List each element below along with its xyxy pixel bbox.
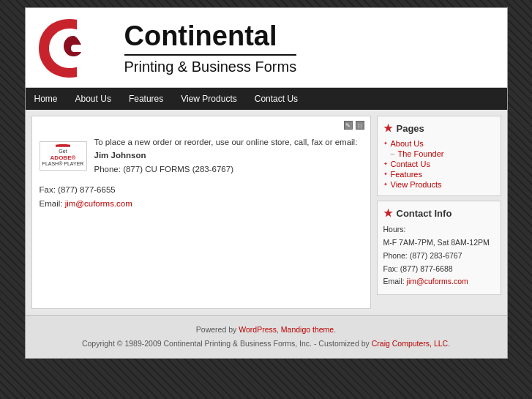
nav-about-us[interactable]: About Us — [67, 88, 120, 110]
flash-shape-icon — [56, 144, 70, 147]
sidebar-email-label: Email: — [383, 277, 405, 286]
contact-name: Jim Johnson — [94, 149, 358, 162]
nav-view-products[interactable]: View Products — [172, 88, 245, 110]
contact-details: Hours: M-F 7AM-7PM, Sat 8AM-12PM Phone: … — [383, 223, 495, 288]
contact-info-box: ★ Contact Info Hours: M-F 7AM-7PM, Sat 8… — [377, 201, 501, 295]
content-panel: ✎ □ Get ADOBE® FLASH® PLAYER To place a … — [31, 116, 371, 309]
nav-contact-us[interactable]: Contact Us — [246, 88, 307, 110]
page-the-founder-link[interactable]: The Founder — [398, 149, 444, 158]
logo-text: Continental Printing & Business Forms — [124, 21, 297, 76]
sidebar-email-link[interactable]: jim@cuforms.com — [407, 277, 468, 286]
nav-home[interactable]: Home — [26, 88, 67, 110]
contact-title: ★ Contact Info — [383, 207, 495, 219]
flash-player-label: FLASH® PLAYER — [42, 161, 84, 167]
intro-text: To place a new order or reorder, use our… — [94, 135, 358, 149]
edit-icon[interactable]: ✎ — [344, 121, 353, 130]
mandigo-link[interactable]: Mandigo theme — [281, 325, 334, 334]
sidebar: ★ Pages About Us The Founder Contact Us … — [377, 116, 501, 309]
wordpress-link[interactable]: WordPress — [239, 325, 277, 334]
hours-label: Hours: — [383, 223, 495, 236]
page-features-link[interactable]: Features — [391, 170, 422, 179]
page-about-us-link[interactable]: About Us — [391, 139, 424, 148]
email-line: Email: jim@cuforms.com — [40, 197, 363, 210]
sidebar-fax: Fax: (877) 877-6688 — [383, 263, 495, 276]
powered-by-text: Powered by — [196, 325, 236, 334]
page-view-products: View Products — [383, 179, 495, 190]
email-label: Email: — [40, 199, 63, 208]
logo-title: Continental — [124, 21, 297, 52]
flash-get-label: Get — [59, 149, 67, 154]
content-controls: ✎ □ — [344, 121, 364, 130]
header: Continental Printing & Business Forms — [26, 8, 507, 88]
flash-box: Get ADOBE® FLASH® PLAYER To place a new … — [40, 135, 363, 176]
page-contact-us-link[interactable]: Contact Us — [391, 160, 430, 168]
fax-text: Fax: (877) 877-6655 — [40, 183, 363, 196]
settings-icon[interactable]: □ — [356, 121, 364, 130]
page-wrapper: Continental Printing & Business Forms Ho… — [25, 7, 508, 359]
sidebar-email-line: Email: jim@cuforms.com — [383, 275, 495, 288]
email-link[interactable]: jim@cuforms.com — [65, 199, 132, 208]
hours-value: M-F 7AM-7PM, Sat 8AM-12PM — [383, 236, 495, 250]
nav-features[interactable]: Features — [120, 88, 172, 110]
pages-title: ★ Pages — [383, 122, 495, 134]
page-view-products-link[interactable]: View Products — [391, 180, 442, 189]
fax-email-info: Fax: (877) 877-6655 Email: jim@cuforms.c… — [40, 183, 363, 210]
content-intro: To place a new order or reorder, use our… — [94, 135, 358, 176]
flash-adobe-label: ADOBE® — [50, 154, 76, 161]
page-contact-us: Contact Us — [383, 159, 495, 169]
footer: Powered by WordPress, Mandigo theme. Cop… — [26, 315, 507, 358]
contact-star-icon: ★ — [383, 207, 393, 219]
footer-powered: Powered by WordPress, Mandigo theme. — [33, 323, 500, 337]
logo-graphic — [33, 15, 113, 81]
logo-subtitle: Printing & Business Forms — [124, 59, 297, 75]
phone-text: Phone: (877) CU FORMS (283-6767) — [94, 163, 358, 176]
logo-divider — [124, 54, 297, 56]
sidebar-phone: Phone: (877) 283-6767 — [383, 250, 495, 263]
main-area: ✎ □ Get ADOBE® FLASH® PLAYER To place a … — [26, 110, 507, 315]
pages-list: About Us The Founder Contact Us Features… — [383, 138, 495, 190]
craig-link[interactable]: Craig Computers, LLC — [372, 339, 448, 348]
footer-copyright: Copyright © 1989-2009 Continental Printi… — [33, 337, 500, 351]
flash-badge: Get ADOBE® FLASH® PLAYER — [40, 141, 87, 171]
page-features: Features — [383, 169, 495, 179]
pages-star-icon: ★ — [383, 122, 393, 134]
nav-bar: Home About Us Features View Products Con… — [26, 88, 507, 110]
copyright-text: Copyright © 1989-2009 Continental Printi… — [82, 339, 370, 348]
page-the-founder: The Founder — [383, 149, 495, 159]
page-about-us: About Us — [383, 138, 495, 149]
pages-box: ★ Pages About Us The Founder Contact Us … — [377, 116, 501, 196]
svg-rect-0 — [77, 19, 113, 78]
